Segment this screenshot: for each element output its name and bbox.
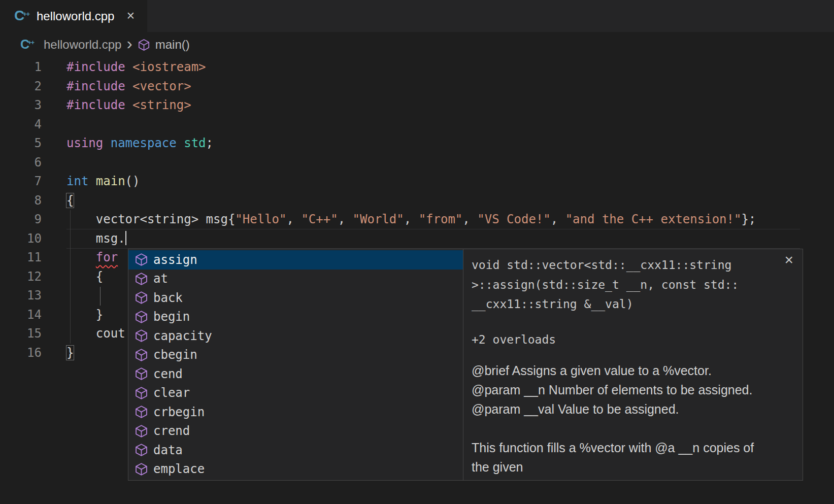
line-text: for (42, 248, 118, 267)
suggest-item-label: assign (153, 253, 197, 267)
line-number: 3 (0, 96, 42, 115)
line-number: 15 (0, 324, 42, 344)
suggest-docs-panel: × void std::vector<std::__cxx11::string>… (463, 249, 803, 480)
breadcrumb-file[interactable]: helloworld.cpp (44, 38, 121, 52)
method-cube-icon (135, 348, 148, 362)
method-cube-icon (135, 443, 148, 457)
doc-line: @brief Assigns a given value to a %vecto… (472, 361, 794, 380)
line-number: 2 (0, 77, 42, 96)
code-line-5[interactable]: 5using namespace std; (0, 134, 756, 153)
code-line-2[interactable]: 2#include <vector> (0, 77, 756, 96)
line-text: } (42, 344, 74, 363)
method-cube-icon (135, 405, 148, 419)
suggest-item-back[interactable]: back (128, 288, 463, 308)
suggest-item-assign[interactable]: assign (128, 250, 463, 270)
signature-line: __cxx11::string &__val) (472, 294, 794, 314)
line-number: 10 (0, 229, 42, 249)
doc-line: @param __n Number of elements to be assi… (472, 380, 794, 399)
breadcrumb-symbol[interactable]: main() (155, 38, 190, 52)
tab-close-icon[interactable]: × (126, 9, 135, 23)
doc-line (472, 419, 794, 438)
tab-helloworld-cpp[interactable]: C++ helloworld.cpp × (0, 0, 147, 32)
doc-line: This function fills a %vector with @a __… (472, 438, 794, 457)
suggest-item-label: cbegin (153, 348, 197, 362)
method-cube-icon (135, 367, 148, 381)
breadcrumb: C++ helloworld.cpp › main() (0, 32, 834, 57)
line-text: #include <iostream> (42, 58, 206, 77)
method-cube-icon (135, 310, 148, 324)
code-line-3[interactable]: 3#include <string> (0, 96, 756, 115)
suggest-item-label: cend (153, 367, 183, 381)
suggest-item-crend[interactable]: crend (128, 422, 463, 441)
method-cube-icon (135, 329, 148, 343)
suggest-item-at[interactable]: at (128, 270, 463, 289)
line-text: { (42, 191, 74, 211)
suggest-list[interactable]: assign at back begin capacity cbegi (128, 249, 463, 480)
suggest-item-crbegin[interactable]: crbegin (128, 402, 463, 422)
code-line-6[interactable]: 6 (0, 153, 756, 173)
cpp-file-icon: C++ (20, 38, 35, 52)
line-text: } (42, 306, 103, 325)
suggest-item-clear[interactable]: clear (128, 384, 463, 403)
method-cube-icon (138, 39, 150, 51)
suggest-item-data[interactable]: data (128, 441, 463, 460)
method-cube-icon (135, 424, 148, 438)
vscode-editor-window: C++ helloworld.cpp × C++ helloworld.cpp … (0, 0, 834, 504)
line-text (42, 286, 66, 306)
line-text: using namespace std; (42, 134, 213, 153)
suggest-item-begin[interactable]: begin (128, 308, 463, 327)
line-number: 9 (0, 210, 42, 229)
suggest-item-label: emplace (153, 462, 205, 476)
suggest-item-label: clear (153, 386, 190, 400)
close-icon[interactable]: × (784, 252, 793, 267)
code-line-10[interactable]: 10 msg. (0, 229, 756, 249)
line-text: cout (42, 324, 125, 344)
line-number: 1 (0, 58, 42, 77)
signature-line: void std::vector<std::__cxx11::string (472, 255, 794, 275)
suggest-item-label: crbegin (153, 405, 205, 419)
method-cube-icon (135, 253, 148, 266)
suggest-item-cbegin[interactable]: cbegin (128, 346, 463, 365)
signature-line: >::assign(std::size_t __n, const std:: (472, 275, 794, 295)
suggest-item-emplace[interactable]: emplace (128, 460, 463, 479)
method-cube-icon (135, 272, 148, 286)
line-text: vector<string> msg{"Hello", "C++", "Worl… (42, 210, 756, 229)
line-number: 5 (0, 134, 42, 153)
line-number: 6 (0, 153, 42, 173)
line-text: #include <string> (42, 96, 191, 115)
code-line-8[interactable]: 8{ (0, 191, 756, 211)
line-number: 13 (0, 286, 42, 306)
line-number: 12 (0, 267, 42, 287)
suggest-item-label: capacity (153, 329, 212, 343)
code-line-4[interactable]: 4 (0, 115, 756, 135)
method-cube-icon (135, 291, 148, 305)
line-number: 14 (0, 306, 42, 325)
code-line-9[interactable]: 9 vector<string> msg{"Hello", "C++", "Wo… (0, 210, 756, 229)
suggest-item-capacity[interactable]: capacity (128, 326, 463, 346)
suggest-item-label: back (153, 291, 183, 305)
intellisense-suggest-widget: assign at back begin capacity cbegi (128, 249, 803, 481)
line-number: 7 (0, 172, 42, 191)
suggest-item-cend[interactable]: cend (128, 364, 463, 384)
line-text: #include <vector> (42, 77, 191, 96)
doc-line: @param __val Value to be assigned. (472, 399, 794, 419)
cpp-file-icon: C++ (14, 8, 30, 24)
chevron-right-icon: › (126, 33, 132, 53)
doc-line: the given (472, 457, 794, 477)
line-text: int main() (42, 172, 140, 191)
tab-label: helloworld.cpp (37, 9, 114, 23)
code-line-1[interactable]: 1#include <iostream> (0, 58, 756, 77)
docs-overloads: +2 overloads (472, 333, 794, 346)
line-number: 4 (0, 115, 42, 135)
docs-signature: void std::vector<std::__cxx11::string>::… (472, 255, 794, 314)
suggest-item-label: crend (153, 424, 190, 438)
line-text: msg. (42, 229, 126, 249)
line-number: 8 (0, 191, 42, 211)
suggest-item-label: begin (153, 310, 190, 324)
line-text (42, 115, 66, 135)
line-text: { (42, 267, 103, 287)
code-line-7[interactable]: 7int main() (0, 172, 756, 191)
line-number: 11 (0, 248, 42, 267)
method-cube-icon (135, 462, 148, 476)
text-cursor (125, 231, 126, 245)
